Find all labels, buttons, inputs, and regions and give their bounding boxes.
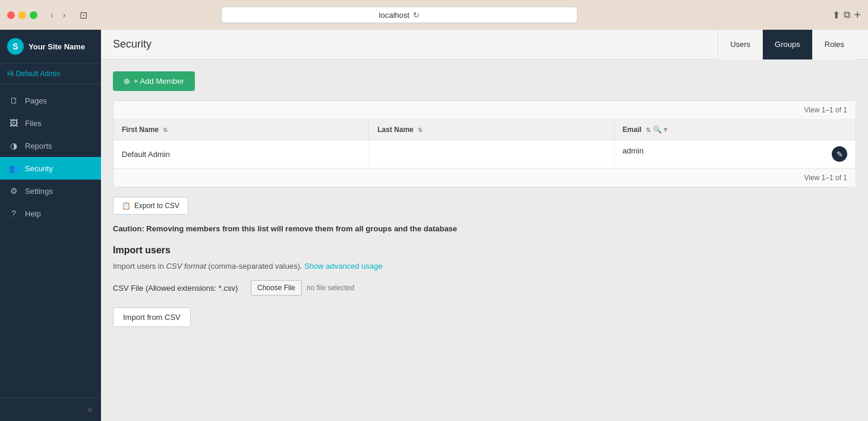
csv-file-label: CSV File (Allowed extensions: *.csv) <box>113 284 244 293</box>
col-header-last-name[interactable]: Last Name ⇅ <box>369 120 614 140</box>
refresh-button[interactable]: ↻ <box>413 11 419 20</box>
sidebar-item-settings-label: Settings <box>25 187 53 196</box>
table-view-info-top: View 1–1 of 1 <box>113 101 856 120</box>
tab-groups[interactable]: Groups <box>762 30 812 59</box>
sidebar-item-reports[interactable]: ◑ Reports <box>0 134 101 157</box>
sidebar-user-link[interactable]: Default Admin <box>16 70 61 78</box>
pages-icon: 🗋 <box>8 95 19 106</box>
sidebar-item-help[interactable]: ? Help <box>0 202 101 225</box>
address-bar[interactable]: localhost ↻ <box>221 7 577 23</box>
header-tabs: Users Groups Roles <box>718 30 856 59</box>
page-title: Security <box>113 38 718 51</box>
sidebar-item-help-label: Help <box>25 209 41 218</box>
nav-buttons: ‹ › <box>47 9 69 21</box>
sidebar-item-security[interactable]: 👥 Security <box>0 157 101 180</box>
sidebar-item-settings[interactable]: ⚙ Settings <box>0 180 101 202</box>
caution-strong: Caution: Removing members from this list… <box>113 224 457 233</box>
cell-email: admin ✎ <box>614 140 856 168</box>
close-button[interactable] <box>7 11 15 19</box>
export-csv-button[interactable]: 📋 Export to CSV <box>113 197 188 215</box>
app: S Your Site Name Hi Default Admin 🗋 Page… <box>0 30 868 421</box>
members-table-container: View 1–1 of 1 First Name ⇅ Last Name ⇅ <box>113 100 856 187</box>
sidebar-user-greeting: Hi Default Admin <box>0 64 101 84</box>
address-text: localhost <box>379 11 409 20</box>
share-button[interactable]: ⬆ <box>832 8 840 22</box>
col-header-email[interactable]: Email ⇅ 🔍 ▾ <box>614 120 856 140</box>
show-advanced-link[interactable]: Show advanced usage <box>304 262 383 271</box>
new-tab-button[interactable]: + <box>854 8 861 22</box>
sidebar-item-security-label: Security <box>25 164 53 173</box>
choose-file-button[interactable]: Choose File <box>251 280 302 296</box>
traffic-lights <box>7 11 37 19</box>
reports-icon: ◑ <box>8 140 19 151</box>
sidebar-nav: 🗋 Pages 🖼 Files ◑ Reports 👥 Security ⚙ S… <box>0 84 101 398</box>
col-email-label: Email <box>623 125 642 134</box>
sidebar-item-pages[interactable]: 🗋 Pages <box>0 89 101 112</box>
sidebar-item-files[interactable]: 🖼 Files <box>0 112 101 134</box>
browser-chrome: ‹ › ⊡ localhost ↻ ⬆ ⧉ + <box>0 0 868 30</box>
tab-users[interactable]: Users <box>718 30 762 59</box>
sidebar-toggle-button[interactable]: ⊡ <box>76 8 91 22</box>
email-value: admin <box>623 146 643 155</box>
members-table: First Name ⇅ Last Name ⇅ Email ⇅ 🔍 ▾ <box>113 120 856 168</box>
import-description: Import users in CSV format (comma-separa… <box>113 262 856 271</box>
help-icon: ? <box>8 208 19 219</box>
import-desc-csv: CSV format <box>166 262 206 271</box>
maximize-button[interactable] <box>30 11 37 19</box>
tab-roles-label: Roles <box>825 40 844 49</box>
minimize-button[interactable] <box>18 11 26 19</box>
export-icon: 📋 <box>122 202 131 210</box>
security-icon: 👥 <box>8 163 19 174</box>
forward-button[interactable]: › <box>59 9 70 21</box>
pip-button[interactable]: ⧉ <box>844 8 850 22</box>
import-section-title: Import users <box>113 245 856 256</box>
sidebar-collapse-button[interactable]: « <box>8 404 93 415</box>
main-header: Security Users Groups Roles <box>101 30 868 59</box>
table-view-info-bottom: View 1–1 of 1 <box>113 168 856 187</box>
sidebar-item-pages-label: Pages <box>25 96 47 105</box>
sort-email-icon: ⇅ <box>646 127 651 133</box>
tab-roles[interactable]: Roles <box>812 30 856 59</box>
no-file-selected-text: no file selected <box>307 284 354 292</box>
sidebar-logo-icon: S <box>7 38 24 55</box>
export-label: Export to CSV <box>134 202 179 210</box>
sidebar-item-files-label: Files <box>25 119 41 128</box>
sidebar-header: S Your Site Name <box>0 30 101 64</box>
col-last-name-label: Last Name <box>377 125 414 134</box>
table-header-row: First Name ⇅ Last Name ⇅ Email ⇅ 🔍 ▾ <box>113 120 856 140</box>
add-member-button[interactable]: ⊕ + Add Member <box>113 71 195 91</box>
add-member-icon: ⊕ <box>124 77 130 86</box>
sidebar-item-reports-label: Reports <box>25 142 52 150</box>
files-icon: 🖼 <box>8 118 19 128</box>
import-from-csv-button[interactable]: Import from CSV <box>113 307 191 327</box>
import-desc-main: Import users in <box>113 262 166 271</box>
sort-first-name-icon: ⇅ <box>163 127 168 133</box>
import-section: Import users Import users in CSV format … <box>113 245 856 327</box>
cell-last-name <box>369 140 614 168</box>
tab-groups-label: Groups <box>775 40 800 49</box>
file-input-wrapper: Choose File no file selected <box>251 280 354 296</box>
add-member-label: + Add Member <box>134 77 184 86</box>
tab-users-label: Users <box>730 40 750 49</box>
content-area: ⊕ + Add Member View 1–1 of 1 First Name … <box>101 59 868 421</box>
edit-member-button[interactable]: ✎ <box>832 146 847 162</box>
sidebar-footer: « <box>0 398 101 421</box>
sidebar: S Your Site Name Hi Default Admin 🗋 Page… <box>0 30 101 421</box>
col-first-name-label: First Name <box>122 125 159 134</box>
settings-icon: ⚙ <box>8 186 19 196</box>
sidebar-site-name: Your Site Name <box>29 42 85 51</box>
greeting-text: Hi <box>7 70 16 78</box>
main-content: Security Users Groups Roles ⊕ + Add Memb… <box>101 30 868 421</box>
col-header-first-name[interactable]: First Name ⇅ <box>113 120 369 140</box>
csv-file-row: CSV File (Allowed extensions: *.csv) Cho… <box>113 280 856 296</box>
import-desc-mid: (comma-separated values). <box>206 262 304 271</box>
cell-first-name: Default Admin <box>113 140 369 168</box>
table-row: Default Admin admin ✎ <box>113 140 856 168</box>
search-email-icon[interactable]: 🔍 ▾ <box>653 125 667 134</box>
browser-actions: ⬆ ⧉ + <box>832 8 861 22</box>
sort-last-name-icon: ⇅ <box>418 127 422 133</box>
caution-message: Caution: Removing members from this list… <box>113 224 856 233</box>
back-button[interactable]: ‹ <box>47 9 57 21</box>
